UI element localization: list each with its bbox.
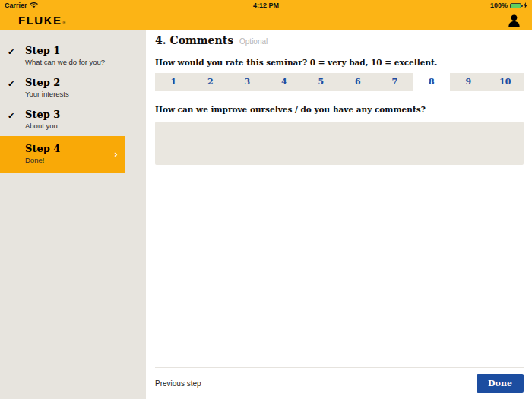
checkmark-icon: ✔ xyxy=(8,111,14,121)
chevron-right-icon: › xyxy=(114,149,118,160)
previous-step-button[interactable]: Previous step xyxy=(155,379,201,388)
rating-option-3[interactable]: 3 xyxy=(229,73,266,91)
carrier-label: Carrier xyxy=(5,2,27,9)
app-header: FLUKE ® xyxy=(0,11,532,30)
step-list: ✔Step 1What can we do for you?✔Step 2You… xyxy=(0,40,146,173)
rating-option-7[interactable]: 7 xyxy=(376,73,413,91)
rating-control: 12345678910 xyxy=(155,73,524,91)
footer-bar: Previous step Done xyxy=(155,367,524,399)
steps-sidebar: ✔Step 1What can we do for you?✔Step 2You… xyxy=(0,30,146,399)
rating-question-label: How would you rate this seminar? 0 = ver… xyxy=(155,58,524,67)
rating-option-2[interactable]: 2 xyxy=(192,73,230,91)
step-title: Step 1 xyxy=(25,45,138,56)
sidebar-step-2[interactable]: ✔Step 2Your interests xyxy=(0,72,146,104)
done-button[interactable]: Done xyxy=(477,374,524,393)
status-bar: Carrier 4:12 PM 100% xyxy=(0,0,532,11)
fluke-logo: FLUKE ® xyxy=(18,14,65,27)
sidebar-step-3[interactable]: ✔Step 3About you xyxy=(0,104,146,136)
optional-badge: Optional xyxy=(239,37,268,46)
step-title: Step 3 xyxy=(25,109,138,120)
main-content: 4. Comments Optional How would you rate … xyxy=(146,30,532,399)
step-title: Step 2 xyxy=(25,77,138,88)
registered-mark: ® xyxy=(63,21,66,25)
rating-option-10[interactable]: 10 xyxy=(487,73,524,91)
battery-icon xyxy=(510,3,521,8)
rating-option-9[interactable]: 9 xyxy=(450,73,487,91)
sidebar-step-4[interactable]: Step 4Done!› xyxy=(0,136,125,173)
rating-option-4[interactable]: 4 xyxy=(266,73,303,91)
rating-option-6[interactable]: 6 xyxy=(340,73,377,91)
checkmark-icon: ✔ xyxy=(8,79,14,89)
step-subtitle: Done! xyxy=(25,156,117,165)
comments-textarea[interactable] xyxy=(155,122,524,165)
battery-percent: 100% xyxy=(490,2,508,9)
checkmark-icon: ✔ xyxy=(8,47,14,57)
step-subtitle: What can we do for you? xyxy=(25,58,138,67)
step-subtitle: Your interests xyxy=(25,90,138,99)
page-title: 4. Comments xyxy=(155,34,233,46)
fluke-logo-text: FLUKE xyxy=(18,14,62,27)
clock: 4:12 PM xyxy=(73,2,459,9)
rating-option-5[interactable]: 5 xyxy=(302,73,340,91)
rating-option-8[interactable]: 8 xyxy=(413,73,451,91)
comments-question-label: How can we improve ourselves / do you ha… xyxy=(155,105,524,114)
step-title: Step 4 xyxy=(25,143,117,154)
wifi-icon xyxy=(30,2,38,8)
sidebar-step-1[interactable]: ✔Step 1What can we do for you? xyxy=(0,40,146,72)
step-subtitle: About you xyxy=(25,122,138,131)
charging-bolt-icon xyxy=(524,2,527,8)
rating-option-1[interactable]: 1 xyxy=(155,73,192,91)
user-account-icon[interactable] xyxy=(508,14,521,27)
